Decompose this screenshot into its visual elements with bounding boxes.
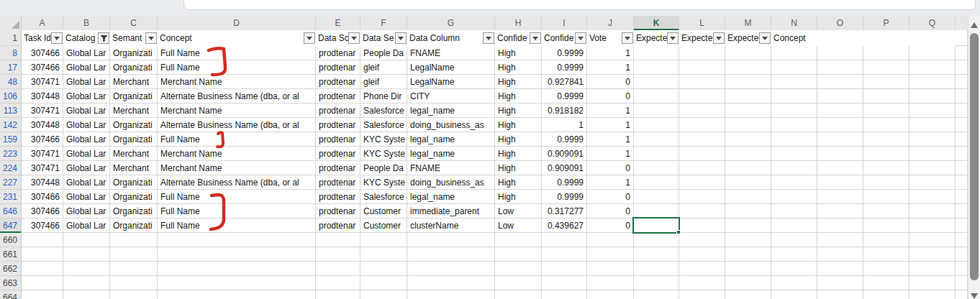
cell-G664[interactable] [407,290,495,299]
cell-L142[interactable] [679,118,725,132]
row-header-1[interactable]: 1 [0,30,21,46]
cell-B113[interactable]: Global Lar [63,104,110,118]
cell-J646[interactable]: 0 [587,204,634,218]
cell-N17[interactable] [771,60,817,75]
cell-D159[interactable]: Full Name [158,132,316,147]
filter-button-E[interactable] [348,32,360,44]
cell-B646[interactable]: Global Lar [63,204,110,218]
cell-N106[interactable] [771,89,817,104]
cell-O660[interactable] [817,233,863,247]
cell-B224[interactable]: Global Lar [63,161,110,175]
cell-K660[interactable] [634,233,679,247]
cell-L48[interactable] [679,75,725,89]
cell-G663[interactable] [407,276,495,290]
column-header-K[interactable]: K [634,16,679,30]
cell-J223[interactable]: 1 [587,147,634,161]
cell-L106[interactable] [679,89,725,104]
cell-F17[interactable]: gleif [360,60,407,75]
cell-C224[interactable]: Merchant [110,161,158,175]
column-header-C[interactable]: C [110,16,158,30]
cell-K17[interactable] [634,60,679,75]
cell-A227[interactable]: 307448 [22,175,63,190]
cell-H113[interactable]: High [495,104,542,118]
cell-A8[interactable]: 307466 [22,46,63,60]
cell-G48[interactable]: LegalName [407,75,495,89]
cell-K48[interactable] [634,75,679,89]
cell-Q231[interactable] [909,190,956,204]
column-header-F[interactable]: F [360,16,407,30]
cell-C663[interactable] [110,276,158,290]
header-cell-I1[interactable]: Confide [542,30,587,46]
cell-Q646[interactable] [909,204,956,218]
cell-I660[interactable] [542,233,587,247]
filter-button-B[interactable] [98,32,109,44]
cell-I224[interactable]: 0.909091 [542,161,587,175]
cell-M142[interactable] [725,118,771,132]
cell-Q223[interactable] [909,147,956,161]
cell-O664[interactable] [817,290,863,299]
header-cell-G1[interactable]: Data Column [407,30,495,46]
cell-L224[interactable] [679,161,725,175]
cell-Q663[interactable] [909,276,956,290]
cell-M8[interactable] [725,46,771,60]
cell-C17[interactable]: Organizati [110,60,158,75]
cell-I662[interactable] [542,262,587,276]
header-cell-F1[interactable]: Data Se [360,30,407,46]
cell-K662[interactable] [634,262,679,276]
cell-P8[interactable] [863,46,909,60]
cell-N660[interactable] [771,233,817,247]
cell-N113[interactable] [771,104,817,118]
cell-H8[interactable]: High [495,46,542,60]
row-header-48[interactable]: 48 [0,75,21,89]
cell-I106[interactable]: 0.9999 [542,89,587,104]
cell-O106[interactable] [817,89,863,104]
cell-K663[interactable] [634,276,679,290]
cell-D17[interactable]: Full Name [158,60,316,75]
cell-I664[interactable] [542,290,587,299]
cell-P142[interactable] [863,118,909,132]
cell-F231[interactable]: Salesforce [360,190,407,204]
cell-F8[interactable]: People Da [360,46,407,60]
cell-A113[interactable]: 307471 [22,104,63,118]
cell-L223[interactable] [679,147,725,161]
cell-B231[interactable]: Global Lar [63,190,110,204]
cell-G662[interactable] [407,262,495,276]
cell-B661[interactable] [63,247,110,262]
cell-P647[interactable] [863,218,909,233]
row-header-17[interactable]: 17 [0,60,21,75]
cell-N231[interactable] [771,190,817,204]
cell-O142[interactable] [817,118,863,132]
row-header-106[interactable]: 106 [0,89,21,104]
cell-J17[interactable]: 1 [587,60,634,75]
cell-L227[interactable] [679,175,725,190]
cell-A17[interactable]: 307466 [22,60,63,75]
cell-J142[interactable]: 1 [587,118,634,132]
header-cell-A1[interactable]: Task Id [22,30,63,46]
cell-D661[interactable] [158,247,316,262]
column-header-A[interactable]: A [22,16,63,30]
cell-B48[interactable]: Global Lar [63,75,110,89]
cell-F664[interactable] [360,290,407,299]
cell-H224[interactable]: High [495,161,542,175]
cell-B106[interactable]: Global Lar [63,89,110,104]
cell-J106[interactable]: 0 [587,89,634,104]
cell-H223[interactable]: High [495,147,542,161]
cell-I8[interactable]: 0.9999 [542,46,587,60]
filter-button-A[interactable] [51,32,63,44]
row-header-660[interactable]: 660 [0,233,21,247]
cell-I159[interactable]: 0.9999 [542,132,587,147]
cell-N159[interactable] [771,132,817,147]
cell-L646[interactable] [679,204,725,218]
cell-P227[interactable] [863,175,909,190]
cell-D48[interactable]: Merchant Name [158,75,316,89]
cell-N646[interactable] [771,204,817,218]
header-cell-B1[interactable]: Catalog [63,30,110,46]
cell-D8[interactable]: Full Name [158,46,316,60]
cell-E8[interactable]: prodtenar [316,46,360,60]
header-cell-Q1[interactable] [909,30,956,46]
cell-O113[interactable] [817,104,863,118]
cell-J159[interactable]: 1 [587,132,634,147]
header-cell-M1[interactable]: Expecte [725,30,771,46]
cell-Q159[interactable] [909,132,956,147]
cell-B663[interactable] [63,276,110,290]
